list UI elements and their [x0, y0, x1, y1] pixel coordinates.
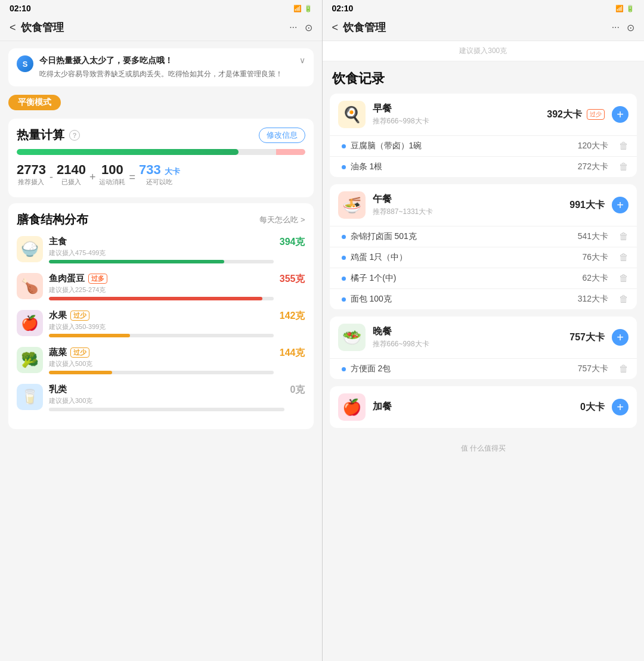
- calorie-bar-pink: [276, 149, 305, 155]
- meal-icon: 🍳: [338, 101, 366, 128]
- modify-info-button[interactable]: 修改信息: [259, 128, 305, 143]
- add-food-button[interactable]: +: [612, 399, 628, 415]
- meal-header: 🥗 晚餐 推荐666~998大卡 757大卡 +: [330, 316, 637, 358]
- food-item: 鸡蛋 1只（中） 76大卡 🗑: [330, 247, 637, 268]
- food-cal: 757大卡: [578, 364, 608, 374]
- diet-name: 水果 过少: [49, 310, 274, 321]
- food-dot: [342, 256, 346, 260]
- calorie-title: 热量计算 ? 修改信息: [17, 127, 305, 143]
- diet-icon: 🍚: [17, 236, 43, 262]
- meal-info: 早餐 推荐666~998大卡: [373, 103, 540, 126]
- right-status-icons: 📶 🔋: [615, 5, 634, 13]
- delete-food-button[interactable]: 🗑: [619, 141, 628, 151]
- recommended-cal: 2773: [17, 163, 46, 176]
- battery-icon: 🔋: [304, 5, 312, 13]
- food-item: 面包 100克 312大卡 🗑: [330, 288, 637, 309]
- diet-bar: [49, 260, 274, 263]
- left-header: < 饮食管理 ··· ⊙: [0, 15, 322, 41]
- diet-amount: 0克: [290, 384, 305, 396]
- diet-recommend: 建议摄入350-399克: [49, 322, 274, 331]
- add-food-button[interactable]: +: [612, 329, 628, 346]
- diet-icon: 🥦: [17, 347, 43, 373]
- meal-name: 午餐: [373, 193, 563, 206]
- meal-cal-value: 0大卡: [580, 401, 605, 414]
- meal-header: 🍎 加餐 0大卡 +: [330, 386, 637, 428]
- right-header: < 饮食管理 ··· ⊙: [323, 15, 645, 41]
- minus-op: -: [46, 167, 57, 187]
- food-name: 橘子 1个(中): [351, 273, 578, 284]
- food-item: 方便面 2包 757大卡 🗑: [330, 358, 637, 379]
- meal-card-snack: 🍎 加餐 0大卡 +: [330, 386, 637, 428]
- diet-icon: 🍗: [17, 273, 43, 299]
- alert-chevron[interactable]: ∨: [299, 55, 305, 65]
- diet-bar: [49, 408, 284, 411]
- right-time: 02:10: [332, 4, 354, 13]
- meal-cards: 🍳 早餐 推荐666~998大卡 392大卡 过少 + 豆腐脑（带卤）1碗 12…: [323, 94, 645, 428]
- alert-text: 今日热量摄入太少了，要多吃点哦！ 吃得太少容易导致营养缺乏或肌肉丢失。吃得恰如其…: [39, 55, 293, 79]
- remaining-cal: 733 大卡: [139, 163, 180, 176]
- left-scroll-content[interactable]: S 今日热量摄入太少了，要多吃点哦！ 吃得太少容易导致营养缺乏或肌肉丢失。吃得恰…: [0, 41, 322, 661]
- diet-amount: 355克: [280, 273, 305, 285]
- diet-item: 🍎 水果 过少 建议摄入350-399克 142克: [17, 310, 305, 337]
- delete-food-button[interactable]: 🗑: [619, 364, 628, 374]
- meal-info: 晚餐 推荐666~998大卡: [373, 325, 563, 349]
- diet-recommend: 建议摄入475-499克: [49, 249, 274, 257]
- meal-info: 午餐 推荐887~1331大卡: [373, 193, 563, 217]
- food-dot: [342, 144, 346, 148]
- right-back-button[interactable]: <: [332, 21, 339, 34]
- diet-more-link[interactable]: 每天怎么吃 >: [259, 215, 305, 225]
- equals-op: =: [125, 167, 139, 187]
- food-dot: [342, 277, 346, 281]
- right-status-bar: 02:10 📶 🔋: [323, 0, 645, 15]
- watermark: 值 什么值得买: [323, 435, 645, 462]
- meal-icon: 🍎: [338, 393, 366, 421]
- diet-recommend: 建议摄入300克: [49, 396, 284, 405]
- right-target-button[interactable]: ⊙: [627, 22, 634, 33]
- more-button[interactable]: ···: [289, 22, 297, 33]
- delete-food-button[interactable]: 🗑: [619, 162, 628, 172]
- meal-cal-value: 991大卡: [569, 199, 605, 212]
- add-food-button[interactable]: +: [612, 106, 628, 123]
- diet-bar-fill: [49, 297, 262, 300]
- back-button[interactable]: <: [10, 21, 16, 34]
- diet-tag: 过少: [70, 311, 89, 321]
- right-more-button[interactable]: ···: [612, 22, 620, 33]
- diet-title: 膳食结构分布: [17, 212, 88, 228]
- diet-item: 🍚 主食 建议摄入475-499克 394克: [17, 236, 305, 263]
- alert-box[interactable]: S 今日热量摄入太少了，要多吃点哦！ 吃得太少容易导致营养缺乏或肌肉丢失。吃得恰…: [8, 48, 314, 86]
- diet-item: 🍗 鱼肉蛋豆 过多 建议摄入225-274克 355克: [17, 273, 305, 300]
- diet-bar: [49, 334, 274, 337]
- meal-name: 早餐: [373, 103, 540, 115]
- mode-badge: 平衡模式: [8, 95, 61, 110]
- food-cal: 312大卡: [578, 294, 608, 305]
- diet-section: 膳食结构分布 每天怎么吃 > 🍚 主食 建议摄入475-499克 394克 🍗 …: [8, 203, 314, 429]
- diet-name: 蔬菜 过少: [49, 347, 274, 358]
- right-scroll-content[interactable]: 建议摄入300克 饮食记录 🍳 早餐 推荐666~998大卡 392大卡 过少 …: [323, 41, 645, 661]
- diet-item: 🥦 蔬菜 过少 建议摄入500克 144克: [17, 347, 305, 374]
- calorie-section: 热量计算 ? 修改信息 2773 推荐摄入 - 2: [8, 119, 314, 197]
- meal-header: 🍳 早餐 推荐666~998大卡 392大卡 过少 +: [330, 94, 637, 135]
- diet-text: 乳类 建议摄入300克: [49, 384, 284, 411]
- food-item: 豆腐脑（带卤）1碗 120大卡 🗑: [330, 135, 637, 156]
- meal-recommend: 推荐887~1331大卡: [373, 207, 563, 217]
- delete-food-button[interactable]: 🗑: [619, 231, 628, 242]
- food-dot: [342, 297, 346, 302]
- delete-food-button[interactable]: 🗑: [619, 252, 628, 263]
- meal-card-breakfast: 🍳 早餐 推荐666~998大卡 392大卡 过少 + 豆腐脑（带卤）1碗 12…: [330, 94, 637, 177]
- diet-text: 主食 建议摄入475-499克: [49, 236, 274, 263]
- food-cal: 62大卡: [582, 273, 608, 284]
- delete-food-button[interactable]: 🗑: [619, 273, 628, 284]
- info-icon[interactable]: ?: [69, 130, 80, 141]
- target-button[interactable]: ⊙: [305, 22, 312, 33]
- add-food-button[interactable]: +: [612, 197, 628, 213]
- plus-op: +: [86, 167, 100, 187]
- delete-food-button[interactable]: 🗑: [619, 294, 628, 305]
- meal-card-dinner: 🥗 晚餐 推荐666~998大卡 757大卡 + 方便面 2包 757大卡 🗑: [330, 316, 637, 379]
- consumed-cal: 2140: [57, 163, 86, 176]
- diet-name: 鱼肉蛋豆 过多: [49, 273, 274, 284]
- diet-bar-fill: [49, 334, 130, 337]
- signal-icon-r: 📶: [615, 5, 624, 13]
- calorie-progress-bar: [17, 149, 305, 155]
- food-name: 油条 1根: [351, 162, 573, 172]
- diet-icon: 🍎: [17, 310, 43, 336]
